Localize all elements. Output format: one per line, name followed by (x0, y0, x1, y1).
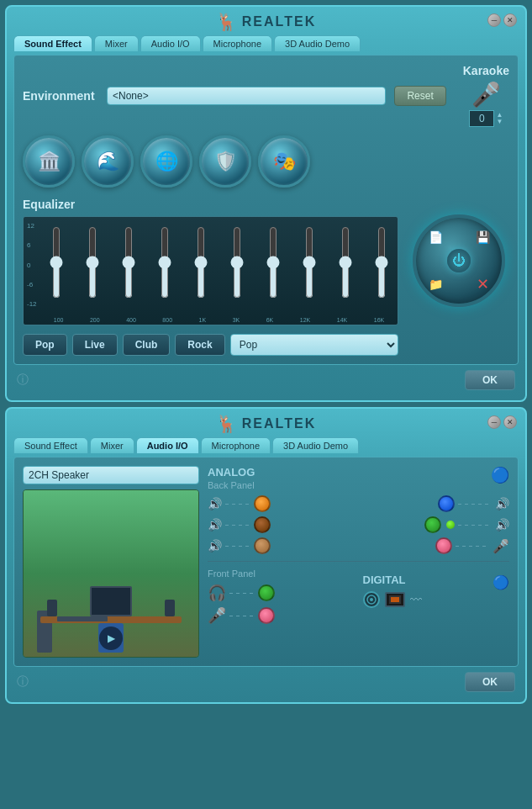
svg-rect-4 (391, 597, 399, 602)
ctrl-power[interactable]: ⏻ (447, 249, 471, 272)
close-button-2[interactable]: ✕ (503, 415, 517, 429)
karaoke-value: 0 (469, 110, 494, 127)
preset-live-button[interactable]: Live (72, 334, 118, 356)
jack-green[interactable] (424, 516, 441, 533)
spdif-svg (387, 594, 403, 605)
eq-slider-col-6 (256, 217, 289, 308)
jack-pink[interactable] (435, 537, 452, 554)
tab-3d-audio-2[interactable]: 3D Audio Demo (272, 437, 359, 453)
eq-x-16k: 16K (374, 317, 384, 323)
eq-x-6k: 6K (266, 317, 274, 323)
tab-mixer-1[interactable]: Mixer (94, 35, 139, 51)
scene-monitor (90, 586, 132, 616)
section-divider (208, 561, 509, 562)
minimize-button-2[interactable]: ─ (487, 415, 501, 429)
environment-label: Environment (23, 89, 98, 103)
eq-slider-5[interactable] (233, 226, 241, 299)
jack-orange[interactable] (254, 495, 271, 512)
tabs-2: Sound Effect Mixer Audio I/O Microphone … (7, 437, 525, 453)
preset-club-button[interactable]: Club (123, 334, 171, 356)
eq-slider-4[interactable] (197, 226, 205, 299)
spdif-icon[interactable] (385, 592, 405, 607)
tab-audio-io-1[interactable]: Audio I/O (140, 35, 201, 51)
tabs-1: Sound Effect Mixer Audio I/O Microphone … (7, 35, 525, 51)
dash-long-2 (458, 525, 492, 526)
right-connector-2: 🔊 (424, 516, 509, 533)
equalizer-graph: 12 6 0 -6 -12 (23, 216, 398, 325)
preset-select[interactable]: Pop (230, 334, 398, 356)
env-icon-globe[interactable]: 🌐 (140, 135, 192, 188)
ctrl-bottom-left[interactable]: 📁 (425, 274, 445, 294)
tab-audio-io-2[interactable]: Audio I/O (136, 437, 199, 453)
play-button[interactable]: ▶ (99, 627, 123, 650)
karaoke-down-arrow[interactable]: ▼ (496, 119, 503, 125)
eq-slider-7[interactable] (305, 226, 313, 299)
tab-3d-audio-1[interactable]: 3D Audio Demo (274, 35, 361, 51)
realtek-logo-2: 🦌 REALTEK (216, 414, 316, 434)
equalizer-section: Equalizer 12 6 0 -6 -12 (23, 198, 509, 356)
dash-line-2 (225, 525, 250, 526)
mic-icon-back: 🎤 (492, 538, 509, 554)
info-icon-2[interactable]: ⓘ (17, 674, 29, 690)
panel-2-header: 🦌 REALTEK ─ ✕ (7, 409, 525, 437)
speaker-select[interactable]: 2CH Speaker (23, 466, 199, 484)
bluetooth-icon-top: 🔵 (491, 466, 509, 484)
dash-long-3 (456, 546, 489, 547)
karaoke-arrows: ▲ ▼ (496, 112, 503, 125)
tab-sound-effect-2[interactable]: Sound Effect (13, 437, 88, 453)
ok-button-1[interactable]: OK (465, 370, 515, 390)
reset-button[interactable]: Reset (394, 86, 445, 106)
digital-section: DIGITAL 🔵 (363, 574, 510, 629)
ok-button-2[interactable]: OK (465, 672, 515, 692)
tab-microphone-1[interactable]: Microphone (203, 35, 272, 51)
env-icon-shield[interactable]: 🛡️ (199, 135, 251, 188)
env-icon-theater[interactable]: 🎭 (258, 135, 310, 188)
jack-brown[interactable] (254, 516, 271, 533)
env-icon-water[interactable]: 🌊 (82, 135, 134, 188)
preset-row: Pop Live Club Rock Pop (23, 334, 398, 356)
eq-slider-2[interactable] (124, 226, 133, 299)
window-controls-2: ─ ✕ (487, 415, 517, 429)
equalizer-left: Equalizer 12 6 0 -6 -12 (23, 198, 398, 356)
minimize-button-1[interactable]: ─ (487, 13, 501, 27)
connector-panel: ANALOG Back Panel 🔵 🔊 🔊 (208, 466, 509, 658)
eq-slider-col-9 (365, 217, 398, 308)
ctrl-top-left[interactable]: 📄 (425, 227, 445, 247)
eq-x-100: 100 (54, 317, 64, 323)
env-icon-hall[interactable]: 🏛️ (23, 135, 75, 188)
jack-green-front[interactable] (258, 584, 275, 601)
jack-tan[interactable] (254, 537, 271, 554)
jack-pink-front[interactable] (258, 607, 275, 624)
jack-blue[interactable] (438, 495, 455, 512)
eq-slider-8[interactable] (341, 226, 350, 299)
environment-select[interactable]: <None> (107, 87, 386, 105)
panel-1-header: 🦌 REALTEK ─ ✕ (7, 7, 525, 35)
eq-slider-col-3 (149, 217, 182, 308)
info-icon-1[interactable]: ⓘ (17, 373, 29, 388)
front-panel-label: Front Panel (208, 568, 355, 579)
eq-x-200: 200 (90, 317, 100, 323)
ctrl-top-right[interactable]: 💾 (472, 227, 492, 247)
ctrl-cross[interactable]: ✕ (472, 274, 492, 294)
eq-x-1k: 1K (199, 317, 207, 323)
eq-slider-3[interactable] (161, 226, 169, 299)
close-button-1[interactable]: ✕ (503, 13, 517, 27)
eq-slider-9[interactable] (377, 226, 386, 299)
digital-port[interactable] (363, 591, 380, 608)
eq-slider-col-8 (329, 217, 361, 308)
connector-row-1: 🔊 🔊 (208, 495, 509, 512)
preset-pop-button[interactable]: Pop (23, 334, 67, 356)
front-connector-2: 🎤 (208, 606, 355, 625)
right-connector-3: 🎤 (435, 537, 509, 554)
tab-sound-effect-1[interactable]: Sound Effect (13, 35, 92, 51)
panel-1-bottom-bar: ⓘ OK (7, 365, 525, 394)
bluetooth-icon-digital: 🔵 (492, 574, 509, 590)
preset-rock-button[interactable]: Rock (175, 334, 224, 356)
room-scene: ▶ (23, 489, 199, 658)
tab-microphone-2[interactable]: Microphone (201, 437, 271, 453)
eq-slider-0[interactable] (52, 226, 61, 299)
eq-slider-6[interactable] (269, 226, 277, 299)
eq-slider-1[interactable] (88, 226, 97, 299)
eq-circular-controller: 📄 💾 ⏻ 📁 ✕ (408, 214, 509, 307)
tab-mixer-2[interactable]: Mixer (90, 437, 134, 453)
